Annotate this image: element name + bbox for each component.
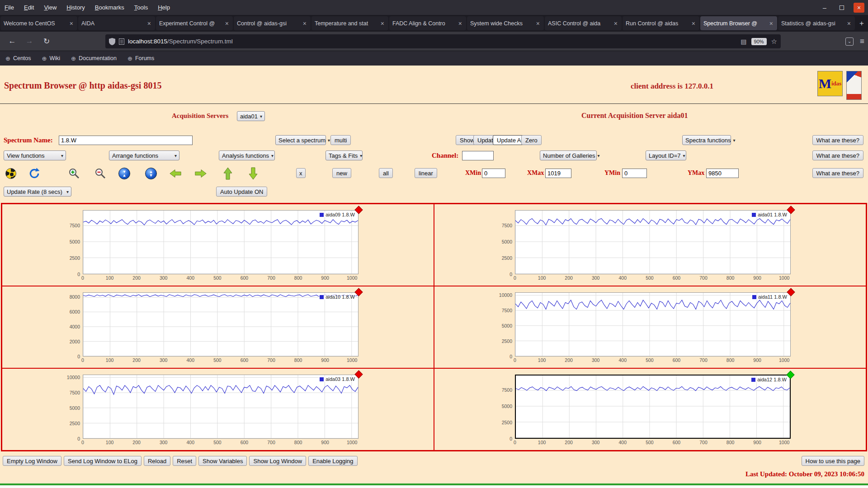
show-variables-button[interactable]: Show Variables bbox=[198, 456, 247, 466]
tab-close-icon[interactable]: × bbox=[302, 20, 307, 27]
reset-button[interactable]: Reset bbox=[173, 456, 196, 466]
menu-history[interactable]: History bbox=[66, 4, 85, 11]
shrink-y-icon[interactable]: ▼▲ bbox=[118, 167, 131, 180]
new-button[interactable]: new bbox=[332, 168, 351, 178]
radiation-icon[interactable] bbox=[5, 167, 17, 180]
what-are-these-button[interactable]: What are these? bbox=[812, 168, 863, 178]
arrow-down-icon[interactable] bbox=[247, 167, 259, 180]
url-bar[interactable]: localhost:8015/Spectrum/Spectrum.tml ▤ 9… bbox=[105, 34, 781, 48]
url-text[interactable]: localhost:8015/Spectrum/Spectrum.tml bbox=[128, 38, 741, 45]
extensions-icon[interactable]: ⌄ bbox=[845, 38, 854, 46]
reload-button[interactable]: Reload bbox=[144, 456, 170, 466]
channel-input[interactable] bbox=[462, 151, 494, 160]
tab-close-icon[interactable]: × bbox=[691, 20, 696, 27]
number-of-galleries-select[interactable]: Number of Galleries▾ bbox=[540, 150, 597, 160]
tab-close-icon[interactable]: × bbox=[458, 20, 463, 27]
back-icon[interactable]: ← bbox=[5, 34, 19, 48]
tab-close-icon[interactable]: × bbox=[846, 20, 852, 27]
maximize-button[interactable]: ☐ bbox=[836, 3, 847, 13]
tab-close-icon[interactable]: × bbox=[380, 20, 385, 27]
menu-view[interactable]: View bbox=[44, 4, 57, 11]
grow-y-icon[interactable]: ▲▼ bbox=[145, 167, 157, 180]
arrow-up-icon[interactable] bbox=[222, 167, 234, 180]
xmin-input[interactable] bbox=[482, 169, 505, 178]
spectrum-cell-aida11[interactable]: 025005000750010000 aida11 1.8.W 01002003… bbox=[434, 286, 866, 368]
what-are-these-button[interactable]: What are these? bbox=[812, 135, 863, 145]
refresh-icon[interactable] bbox=[28, 167, 41, 180]
tab-close-icon[interactable]: × bbox=[535, 20, 541, 27]
new-tab-button[interactable]: + bbox=[855, 15, 868, 32]
plot-area[interactable]: aida10 1.8.W bbox=[83, 292, 359, 357]
empty-log-window-button[interactable]: Empty Log Window bbox=[3, 456, 61, 466]
bookmark-forums[interactable]: ⊕Forums bbox=[127, 55, 154, 62]
spectrum-cell-aida03[interactable]: 025005000750010000 aida03 1.8.W 01002003… bbox=[2, 368, 434, 450]
spectrum-cell-aida12[interactable]: 0250050007500 aida12 1.8.W 0100200300400… bbox=[434, 368, 866, 450]
tab-welcome-centos[interactable]: Welcome to CentOS× bbox=[0, 16, 77, 30]
select-a-spectrum-select[interactable]: Select a spectrum▾ bbox=[275, 135, 326, 145]
arrange-functions-select[interactable]: Arrange functions▾ bbox=[109, 150, 179, 160]
analysis-functions-select[interactable]: Analysis functions▾ bbox=[219, 150, 275, 160]
tab-statistics[interactable]: Statistics @ aidas-gsi× bbox=[778, 16, 855, 30]
tab-close-icon[interactable]: × bbox=[224, 20, 230, 27]
enable-logging-button[interactable]: Enable Logging bbox=[308, 456, 357, 466]
tab-spectrum-browser[interactable]: Spectrum Browser @× bbox=[700, 16, 777, 30]
x-axis-button[interactable]: x bbox=[296, 168, 306, 178]
acquisition-server-select[interactable]: aida01▾ bbox=[237, 111, 265, 121]
tab-close-icon[interactable]: × bbox=[613, 20, 618, 27]
shield-icon[interactable] bbox=[109, 38, 115, 45]
tab-experiment-control[interactable]: Experiment Control @× bbox=[156, 16, 233, 30]
menu-file[interactable]: File bbox=[5, 4, 14, 11]
plot-area[interactable]: aida11 1.8.W bbox=[515, 292, 791, 357]
tab-temperature[interactable]: Temperature and stat× bbox=[311, 16, 388, 30]
tab-control-aidas-gsi[interactable]: Control @ aidas-gsi× bbox=[234, 16, 311, 30]
spectrum-cell-aida09[interactable]: 0250050007500 aida09 1.8.W 0100200300400… bbox=[2, 204, 434, 286]
plot-area[interactable]: aida12 1.8.W bbox=[515, 375, 791, 439]
show-log-window-button[interactable]: Show Log Window bbox=[249, 456, 306, 466]
zoom-in-icon[interactable] bbox=[68, 167, 80, 180]
spectrum-cell-aida10[interactable]: 02000400060008000 aida10 1.8.W 010020030… bbox=[2, 286, 434, 368]
bookmark-wiki[interactable]: ⊕Wiki bbox=[42, 55, 61, 62]
auto-update-button[interactable]: Auto Update ON bbox=[216, 187, 267, 197]
reader-mode-icon[interactable]: ▤ bbox=[741, 38, 746, 45]
arrow-left-icon[interactable] bbox=[169, 167, 182, 180]
zero-button[interactable]: Zero bbox=[521, 135, 542, 145]
how-to-use-button[interactable]: How to use this page bbox=[802, 456, 864, 466]
linear-button[interactable]: linear bbox=[415, 168, 437, 178]
tab-fadc-align[interactable]: FADC Align & Contro× bbox=[389, 16, 466, 30]
spectrum-name-input[interactable] bbox=[59, 136, 193, 145]
tab-system-checks[interactable]: System wide Checks× bbox=[467, 16, 544, 30]
zoom-out-icon[interactable] bbox=[94, 167, 107, 180]
plot-area[interactable]: aida09 1.8.W bbox=[83, 210, 359, 274]
multi-button[interactable]: multi bbox=[330, 135, 351, 145]
bookmark-centos[interactable]: ⊕Centos bbox=[5, 55, 31, 62]
tab-close-icon[interactable]: × bbox=[69, 20, 74, 27]
zoom-indicator[interactable]: 90% bbox=[751, 38, 767, 45]
tags-fits-select[interactable]: Tags & Fits▾ bbox=[326, 150, 363, 160]
all-button[interactable]: all bbox=[379, 168, 393, 178]
send-log-to-elog-button[interactable]: Send Log Window to ELog bbox=[64, 456, 142, 466]
spectra-functions-select[interactable]: Spectra functions▾ bbox=[682, 135, 731, 145]
arrow-right-icon[interactable] bbox=[194, 167, 207, 180]
layout-id-select[interactable]: Layout ID=7▾ bbox=[646, 150, 686, 160]
ymax-input[interactable] bbox=[706, 169, 739, 178]
tab-close-icon[interactable]: × bbox=[769, 20, 774, 27]
tab-run-control[interactable]: Run Control @ aidas× bbox=[623, 16, 699, 30]
app-menu-icon[interactable]: ≡ bbox=[860, 37, 864, 46]
spectrum-cell-aida01[interactable]: 0250050007500 aida01 1.8.W 0100200300400… bbox=[434, 204, 866, 286]
xmax-input[interactable] bbox=[545, 169, 571, 178]
view-functions-select[interactable]: View functions▾ bbox=[4, 150, 66, 160]
menu-edit[interactable]: Edit bbox=[24, 4, 34, 11]
update-rate-select[interactable]: Update Rate (8 secs)▾ bbox=[4, 187, 71, 197]
plot-area[interactable]: aida01 1.8.W bbox=[515, 210, 791, 274]
tab-aida[interactable]: AIDA× bbox=[78, 16, 155, 30]
page-icon[interactable] bbox=[119, 38, 124, 45]
tab-asic-control[interactable]: ASIC Control @ aida× bbox=[545, 16, 622, 30]
minimize-button[interactable]: – bbox=[819, 3, 830, 13]
what-are-these-button[interactable]: What are these? bbox=[812, 150, 863, 160]
close-button[interactable]: × bbox=[854, 3, 864, 13]
forward-icon[interactable]: → bbox=[23, 34, 36, 48]
menu-help[interactable]: Help bbox=[158, 4, 170, 11]
tab-close-icon[interactable]: × bbox=[146, 20, 152, 27]
menu-bookmarks[interactable]: Bookmarks bbox=[95, 4, 124, 11]
ymin-input[interactable] bbox=[622, 169, 647, 178]
